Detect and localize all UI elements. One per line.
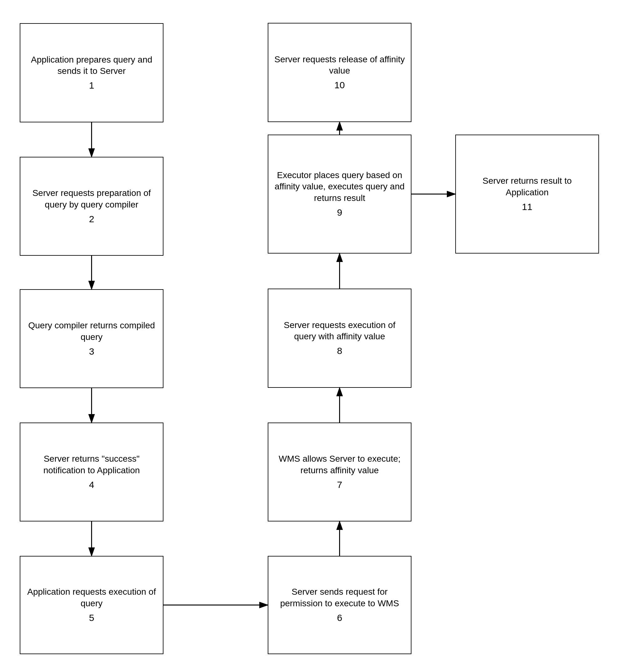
box-box1: Application prepares query and sends it … bbox=[20, 23, 163, 122]
box-number-box5: 5 bbox=[89, 611, 94, 624]
box-number-box11: 11 bbox=[522, 201, 532, 213]
box-box6: Server sends request for permission to e… bbox=[268, 556, 412, 654]
box-number-box1: 1 bbox=[89, 79, 94, 91]
box-number-box3: 3 bbox=[89, 345, 94, 357]
box-label-box10: Server requests release of affinity valu… bbox=[274, 54, 405, 77]
box-label-box8: Server requests execution of query with … bbox=[274, 319, 405, 342]
box-box9: Executor places query based on affinity … bbox=[268, 135, 412, 254]
box-label-box5: Application requests execution of query bbox=[26, 586, 157, 609]
box-box8: Server requests execution of query with … bbox=[268, 289, 412, 388]
box-box10: Server requests release of affinity valu… bbox=[268, 23, 412, 122]
box-number-box10: 10 bbox=[334, 79, 345, 91]
box-box2: Server requests preparation of query by … bbox=[20, 157, 163, 256]
box-number-box8: 8 bbox=[337, 344, 342, 357]
box-label-box7: WMS allows Server to execute; returns af… bbox=[274, 453, 405, 476]
box-number-box6: 6 bbox=[337, 611, 342, 624]
box-label-box1: Application prepares query and sends it … bbox=[26, 54, 157, 77]
box-box3: Query compiler returns compiled query3 bbox=[20, 289, 163, 388]
box-label-box6: Server sends request for permission to e… bbox=[274, 586, 405, 609]
box-box7: WMS allows Server to execute; returns af… bbox=[268, 423, 412, 522]
box-number-box2: 2 bbox=[89, 213, 94, 225]
box-label-box2: Server requests preparation of query by … bbox=[26, 188, 157, 210]
box-label-box4: Server returns "success" notification to… bbox=[26, 453, 157, 476]
box-number-box9: 9 bbox=[337, 206, 342, 218]
box-number-box4: 4 bbox=[89, 479, 94, 491]
box-box4: Server returns "success" notification to… bbox=[20, 423, 163, 522]
box-number-box7: 7 bbox=[337, 479, 342, 491]
flow-diagram: Application prepares query and sends it … bbox=[0, 0, 625, 672]
box-box11: Server returns result to Application11 bbox=[455, 135, 599, 254]
box-label-box9: Executor places query based on affinity … bbox=[274, 170, 405, 204]
box-label-box11: Server returns result to Application bbox=[462, 175, 593, 198]
box-box5: Application requests execution of query5 bbox=[20, 556, 163, 654]
box-label-box3: Query compiler returns compiled query bbox=[26, 320, 157, 343]
